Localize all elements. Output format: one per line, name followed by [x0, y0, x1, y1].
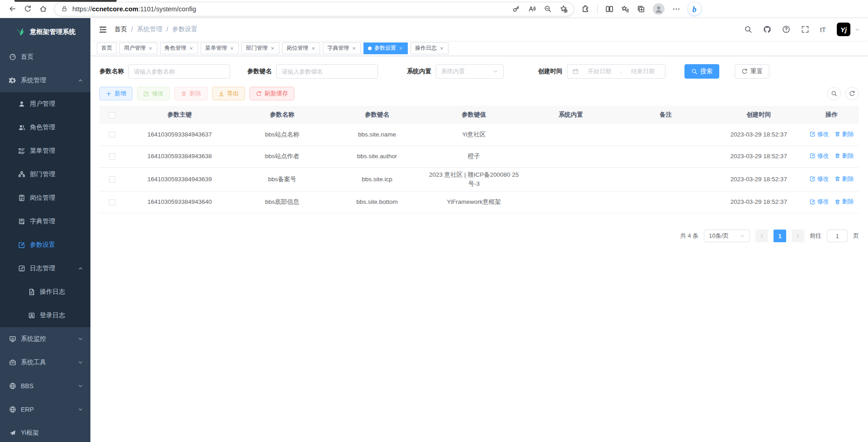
row-action-label: 修改: [817, 151, 829, 160]
sidebar-item-label: 参数设置: [30, 241, 55, 249]
toolbar-button[interactable]: 导出: [212, 87, 245, 100]
sidebar-item[interactable]: 系统管理: [0, 69, 90, 92]
tab-item[interactable]: 角色管理: [160, 42, 198, 54]
sidebar-item[interactable]: 日志管理: [0, 257, 90, 280]
row-action-label: 修改: [817, 197, 829, 206]
sidebar-item[interactable]: 登录日志: [0, 304, 90, 327]
param-key-input[interactable]: [276, 64, 378, 79]
app-logo[interactable]: 意框架管理系统: [0, 18, 90, 45]
tab-item[interactable]: 首页: [97, 42, 117, 54]
column-header: 参数名称: [235, 106, 330, 124]
toolbar-button[interactable]: 刷新缓存: [250, 87, 294, 100]
next-page-button[interactable]: [792, 230, 804, 242]
browser-back-button[interactable]: [5, 2, 20, 16]
browser-home-button[interactable]: [35, 2, 51, 16]
row-delete-link[interactable]: 删除: [835, 151, 854, 160]
browser-menu-icon[interactable]: [672, 5, 680, 13]
sidebar-item-label: 角色管理: [30, 123, 55, 132]
profile-avatar[interactable]: [653, 3, 665, 15]
document-icon: [28, 288, 35, 296]
sidebar-item[interactable]: 操作日志: [0, 280, 90, 304]
address-bar[interactable]: https://ccnetcore.com:1101/system/config: [54, 2, 574, 16]
row-action-label: 删除: [842, 151, 854, 160]
key-icon[interactable]: [512, 5, 520, 13]
cell-name: bbs备案号: [235, 167, 330, 192]
toggle-search-button[interactable]: [827, 87, 841, 100]
sidebar-item[interactable]: ERP: [0, 398, 90, 421]
select-all-checkbox[interactable]: [109, 112, 115, 118]
refresh-table-button[interactable]: [845, 87, 859, 100]
sidebar-item[interactable]: 角色管理: [0, 116, 90, 139]
param-name-label: 参数名称: [99, 67, 124, 75]
chevron-down-icon[interactable]: [855, 27, 860, 32]
sidebar-item[interactable]: 岗位管理: [0, 186, 90, 210]
read-aloud-icon[interactable]: [528, 5, 536, 13]
paper-plane-icon: [9, 429, 16, 437]
date-range-picker[interactable]: 开始日期 - 结束日期: [567, 64, 665, 79]
sidebar-item[interactable]: 部门管理: [0, 163, 90, 186]
param-name-input[interactable]: [128, 64, 230, 79]
goto-page-input[interactable]: [827, 230, 848, 242]
row-checkbox[interactable]: [109, 153, 115, 160]
fullscreen-icon[interactable]: [801, 25, 809, 33]
favorite-star-add-icon[interactable]: [560, 5, 567, 13]
edit-square-icon: [810, 176, 816, 182]
collections-icon[interactable]: [637, 5, 645, 13]
monitor-icon: [9, 335, 16, 343]
row-checkbox[interactable]: [109, 199, 115, 206]
github-icon[interactable]: [763, 25, 771, 33]
sidebar-item[interactable]: 字典管理: [0, 210, 90, 233]
search-button[interactable]: 搜索: [684, 64, 719, 79]
plus-icon: [106, 91, 112, 97]
table-row: 1641030593384943637bbs站点名称bbs.site.nameY…: [99, 124, 859, 146]
params-table: 参数主键参数名称参数键名参数键值系统内置备注创建时间操作 16410305933…: [99, 106, 859, 213]
row-edit-link[interactable]: 修改: [810, 174, 829, 183]
sidebar-item[interactable]: 系统工具: [0, 351, 90, 374]
browser-refresh-button[interactable]: [20, 2, 35, 16]
zoom-out-icon[interactable]: [544, 5, 552, 13]
tab-item[interactable]: 部门管理: [241, 42, 279, 54]
row-edit-link[interactable]: 修改: [810, 151, 829, 160]
prev-page-button[interactable]: [755, 230, 768, 242]
add-button[interactable]: 新增: [99, 87, 132, 100]
row-delete-link[interactable]: 删除: [835, 174, 854, 183]
sidebar-item[interactable]: BBS: [0, 374, 90, 398]
sidebar-item-label: 首页: [21, 53, 33, 61]
font-size-icon[interactable]: tT: [820, 26, 826, 33]
favorites-hub-icon[interactable]: [621, 5, 629, 13]
row-checkbox[interactable]: [109, 176, 115, 183]
row-delete-link[interactable]: 删除: [835, 130, 854, 139]
sidebar-item[interactable]: 用户管理: [0, 92, 90, 116]
row-delete-link[interactable]: 删除: [835, 197, 854, 206]
breadcrumb-home[interactable]: 首页: [114, 25, 127, 33]
page-1-button[interactable]: 1: [774, 230, 786, 242]
sidebar-item[interactable]: 首页: [0, 45, 90, 69]
sidebar-item[interactable]: 参数设置: [0, 233, 90, 257]
tab-item[interactable]: 用户管理: [119, 42, 157, 54]
user-avatar[interactable]: Yj: [837, 23, 850, 36]
tab-item[interactable]: 菜单管理: [201, 42, 239, 54]
start-date-placeholder: 开始日期: [582, 67, 617, 75]
help-icon[interactable]: [782, 25, 790, 33]
lock-icon: [61, 5, 68, 12]
split-screen-icon[interactable]: [605, 5, 613, 13]
row-checkbox[interactable]: [109, 132, 115, 138]
reset-button[interactable]: 重置: [735, 64, 769, 79]
sidebar-item[interactable]: Yi框架: [0, 421, 90, 442]
builtin-select[interactable]: 系统内置: [436, 64, 504, 79]
sidebar-item[interactable]: 系统监控: [0, 327, 90, 351]
tab-item[interactable]: 岗位管理: [282, 42, 320, 54]
sidebar-item[interactable]: 菜单管理: [0, 139, 90, 163]
row-edit-link[interactable]: 修改: [810, 130, 829, 139]
param-key-label: 参数键名: [247, 67, 272, 75]
tab-item[interactable]: 字典管理: [323, 42, 361, 54]
header-search-icon[interactable]: [744, 25, 752, 33]
page-size-select[interactable]: 10条/页: [704, 230, 750, 242]
sidebar-fold-icon[interactable]: [99, 25, 107, 34]
row-edit-link[interactable]: 修改: [810, 197, 829, 206]
tab-item[interactable]: 参数设置: [363, 42, 408, 54]
cell-created: 2023-03-29 18:52:37: [713, 146, 804, 167]
tab-item[interactable]: 操作日志: [410, 42, 448, 54]
copilot-bing-icon[interactable]: b: [688, 2, 701, 15]
extensions-icon[interactable]: [581, 5, 590, 13]
